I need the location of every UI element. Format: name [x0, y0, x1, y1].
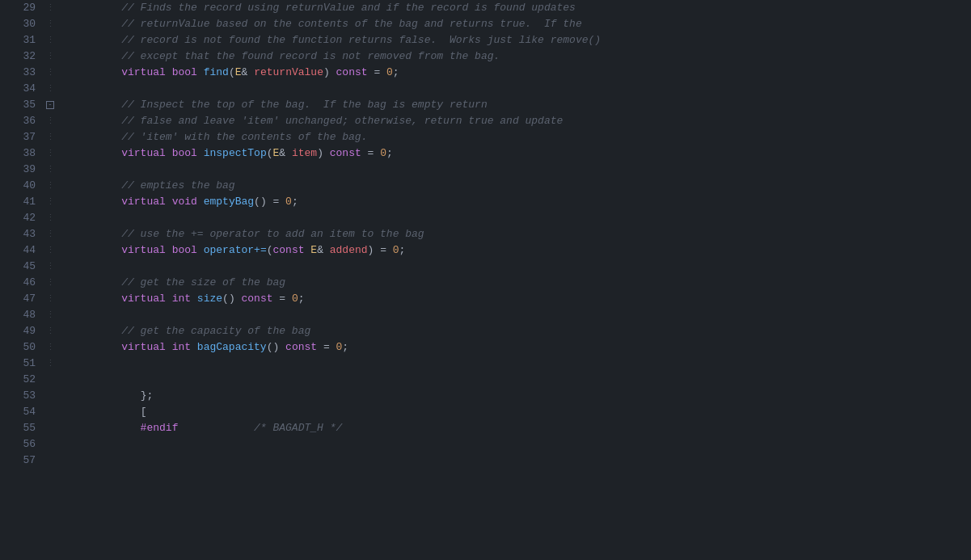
gutter-cell: ⋮: [42, 275, 58, 291]
gutter-cell: ⋮: [42, 129, 58, 145]
line-number: 54: [10, 404, 36, 420]
gutter-cell: ⋮: [42, 145, 58, 162]
line-number: 56: [10, 436, 36, 453]
gutter-cell: ⋮: [42, 48, 58, 65]
line-number: 48: [10, 307, 36, 323]
code-line: virtual int size() const = 0;: [65, 291, 971, 307]
line-number: 44: [10, 242, 36, 259]
gutter-cell: ⋮: [42, 339, 58, 356]
code-line: // 'item' with the contents of the bag.: [65, 129, 971, 145]
gutter-cell: ⋮: [42, 210, 58, 226]
code-line: // record is not found the function retu…: [65, 32, 971, 48]
gutter-cell: ⋮: [42, 113, 58, 129]
code-line: // returnValue based on the contents of …: [65, 16, 971, 32]
code-line: virtual int bagCapacity() const = 0;: [65, 339, 971, 356]
code-line: [65, 453, 971, 469]
gutter-cell: [42, 404, 58, 420]
gutter-cell: ⋮: [42, 259, 58, 275]
line-numbers: 2930313233343536373839404142434445464748…: [0, 0, 42, 560]
gutter-cell: ⋮: [42, 242, 58, 259]
gutter-cell: [42, 372, 58, 388]
gutter-cell: ⋮: [42, 323, 58, 339]
line-number: 41: [10, 194, 36, 210]
line-number: 55: [10, 420, 36, 436]
code-line: // Finds the record using returnValue an…: [65, 0, 971, 16]
code-line: // get the size of the bag: [65, 275, 971, 291]
line-number: 52: [10, 372, 36, 388]
line-number: 45: [10, 259, 36, 275]
line-number: 29: [10, 0, 36, 16]
line-number: 32: [10, 48, 36, 65]
gutter-cell: ⋮: [42, 65, 58, 81]
code-editor: 2930313233343536373839404142434445464748…: [0, 0, 971, 560]
gutter-cell: ⋮: [42, 32, 58, 48]
code-line: [65, 307, 971, 323]
line-number: 53: [10, 388, 36, 404]
code-line: virtual void emptyBag() = 0;: [65, 194, 971, 210]
code-line: [65, 81, 971, 97]
gutter-cell: ⋮: [42, 356, 58, 372]
code-line: // empties the bag: [65, 178, 971, 194]
line-number: 33: [10, 65, 36, 81]
gutter-cell: ⋮: [42, 291, 58, 307]
line-number: 57: [10, 453, 36, 469]
code-line: // false and leave 'item' unchanged; oth…: [65, 113, 971, 129]
line-number: 36: [10, 113, 36, 129]
code-line: [: [65, 404, 971, 420]
gutter-cell: ⋮: [42, 162, 58, 178]
code-line: virtual bool inspectTop(E& item) const =…: [65, 145, 971, 162]
gutter-cell[interactable]: -: [42, 97, 58, 113]
code-line: [65, 356, 971, 372]
gutter-cell: ⋮: [42, 307, 58, 323]
gutter-cell: ⋮: [42, 0, 58, 16]
line-number: 51: [10, 356, 36, 372]
code-line: [65, 259, 971, 275]
line-number: 40: [10, 178, 36, 194]
code-line: // except that the found record is not r…: [65, 48, 971, 65]
gutter-cell: ⋮: [42, 178, 58, 194]
gutter-cell: ⋮: [42, 16, 58, 32]
line-number: 49: [10, 323, 36, 339]
line-number: 50: [10, 339, 36, 356]
code-line: // get the capacity of the bag: [65, 323, 971, 339]
gutter-cell: ⋮: [42, 194, 58, 210]
line-number: 46: [10, 275, 36, 291]
gutter-cell: [42, 436, 58, 453]
code-line: [65, 210, 971, 226]
code-line: // use the += operator to add an item to…: [65, 226, 971, 242]
gutter-cell: [42, 453, 58, 469]
code-line: [65, 372, 971, 388]
gutter-cell: ⋮: [42, 81, 58, 97]
gutter-cell: ⋮: [42, 226, 58, 242]
line-number: 42: [10, 210, 36, 226]
line-number: 39: [10, 162, 36, 178]
code-line: virtual bool operator+=(const E& addend)…: [65, 242, 971, 259]
code-line: [65, 436, 971, 453]
code-line: virtual bool find(E& returnValue) const …: [65, 65, 971, 81]
gutter-cell: [42, 388, 58, 404]
line-number: 34: [10, 81, 36, 97]
line-number: 38: [10, 145, 36, 162]
code-line: // Inspect the top of the bag. If the ba…: [65, 97, 971, 113]
code-content: // Finds the record using returnValue an…: [58, 0, 971, 560]
line-number: 30: [10, 16, 36, 32]
line-number: 37: [10, 129, 36, 145]
gutter: ⋮⋮⋮⋮⋮⋮-⋮⋮⋮⋮⋮⋮⋮⋮⋮⋮⋮⋮⋮⋮⋮⋮: [42, 0, 58, 560]
code-line: [65, 162, 971, 178]
line-number: 31: [10, 32, 36, 48]
code-line: #endif /* BAGADT_H */: [65, 420, 971, 436]
line-number: 43: [10, 226, 36, 242]
gutter-cell: [42, 420, 58, 436]
line-number: 35: [10, 97, 36, 113]
line-number: 47: [10, 291, 36, 307]
code-line: };: [65, 388, 971, 404]
